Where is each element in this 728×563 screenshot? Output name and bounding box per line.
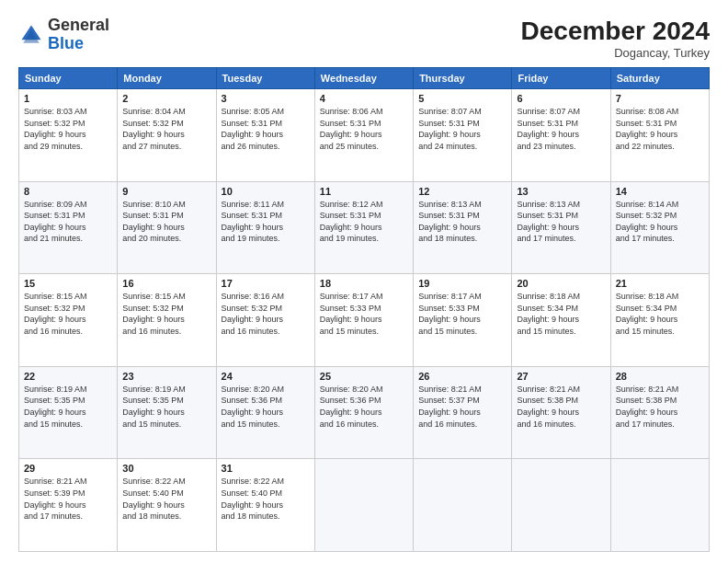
day-info: Sunrise: 8:13 AM Sunset: 5:31 PM Dayligh… [418,199,506,245]
weekday-header-friday: Friday [512,68,610,89]
calendar-cell: 5Sunrise: 8:07 AM Sunset: 5:31 PM Daylig… [414,89,512,182]
day-info: Sunrise: 8:21 AM Sunset: 5:38 PM Dayligh… [616,384,704,430]
day-number: 8 [24,186,112,197]
day-number: 31 [222,463,310,474]
week-row-2: 8Sunrise: 8:09 AM Sunset: 5:31 PM Daylig… [19,181,710,274]
calendar-cell: 29Sunrise: 8:21 AM Sunset: 5:39 PM Dayli… [19,459,118,552]
day-number: 12 [418,186,506,197]
day-info: Sunrise: 8:21 AM Sunset: 5:39 PM Dayligh… [24,476,112,522]
day-info: Sunrise: 8:16 AM Sunset: 5:32 PM Dayligh… [222,291,310,337]
logo: General Blue [18,17,109,53]
day-info: Sunrise: 8:21 AM Sunset: 5:38 PM Dayligh… [517,384,605,430]
calendar-cell [414,459,512,552]
calendar-cell: 7Sunrise: 8:08 AM Sunset: 5:31 PM Daylig… [610,89,709,182]
calendar-cell: 25Sunrise: 8:20 AM Sunset: 5:36 PM Dayli… [314,366,413,459]
calendar-cell: 15Sunrise: 8:15 AM Sunset: 5:32 PM Dayli… [19,274,118,367]
calendar-cell: 30Sunrise: 8:22 AM Sunset: 5:40 PM Dayli… [118,459,216,552]
day-info: Sunrise: 8:18 AM Sunset: 5:34 PM Dayligh… [517,291,605,337]
day-number: 22 [24,371,112,382]
month-title: December 2024 [521,17,710,46]
weekday-header-thursday: Thursday [414,68,512,89]
calendar-cell [610,459,709,552]
calendar-cell: 1Sunrise: 8:03 AM Sunset: 5:32 PM Daylig… [19,89,118,182]
calendar-cell: 22Sunrise: 8:19 AM Sunset: 5:35 PM Dayli… [19,366,118,459]
calendar-cell: 2Sunrise: 8:04 AM Sunset: 5:32 PM Daylig… [118,89,216,182]
day-number: 3 [222,93,310,104]
calendar-table: SundayMondayTuesdayWednesdayThursdayFrid… [18,67,710,552]
calendar-cell: 27Sunrise: 8:21 AM Sunset: 5:38 PM Dayli… [512,366,610,459]
day-info: Sunrise: 8:13 AM Sunset: 5:31 PM Dayligh… [517,199,605,245]
day-number: 5 [418,93,506,104]
day-info: Sunrise: 8:14 AM Sunset: 5:32 PM Dayligh… [616,199,704,245]
day-number: 28 [616,371,704,382]
day-number: 9 [122,186,210,197]
day-info: Sunrise: 8:22 AM Sunset: 5:40 PM Dayligh… [222,476,310,522]
day-number: 20 [517,278,605,289]
weekday-header-saturday: Saturday [610,68,709,89]
calendar-cell: 8Sunrise: 8:09 AM Sunset: 5:31 PM Daylig… [19,181,118,274]
calendar-cell: 28Sunrise: 8:21 AM Sunset: 5:38 PM Dayli… [610,366,709,459]
day-info: Sunrise: 8:12 AM Sunset: 5:31 PM Dayligh… [320,199,408,245]
calendar-cell: 6Sunrise: 8:07 AM Sunset: 5:31 PM Daylig… [512,89,610,182]
day-info: Sunrise: 8:19 AM Sunset: 5:35 PM Dayligh… [24,384,112,430]
calendar-cell [512,459,610,552]
day-info: Sunrise: 8:06 AM Sunset: 5:31 PM Dayligh… [320,106,408,152]
weekday-header-monday: Monday [118,68,216,89]
day-number: 15 [24,278,112,289]
weekday-header-row: SundayMondayTuesdayWednesdayThursdayFrid… [19,68,710,89]
calendar-cell: 10Sunrise: 8:11 AM Sunset: 5:31 PM Dayli… [216,181,314,274]
day-info: Sunrise: 8:17 AM Sunset: 5:33 PM Dayligh… [418,291,506,337]
day-number: 18 [320,278,408,289]
day-number: 21 [616,278,704,289]
day-info: Sunrise: 8:19 AM Sunset: 5:35 PM Dayligh… [122,384,210,430]
calendar-cell: 18Sunrise: 8:17 AM Sunset: 5:33 PM Dayli… [314,274,413,367]
week-row-1: 1Sunrise: 8:03 AM Sunset: 5:32 PM Daylig… [19,89,710,182]
header: General Blue December 2024 Dogancay, Tur… [18,17,710,60]
day-number: 6 [517,93,605,104]
day-number: 16 [122,278,210,289]
page: General Blue December 2024 Dogancay, Tur… [0,0,728,563]
day-number: 26 [418,371,506,382]
calendar-cell: 12Sunrise: 8:13 AM Sunset: 5:31 PM Dayli… [414,181,512,274]
weekday-header-sunday: Sunday [19,68,118,89]
day-number: 13 [517,186,605,197]
day-info: Sunrise: 8:10 AM Sunset: 5:31 PM Dayligh… [122,199,210,245]
day-info: Sunrise: 8:20 AM Sunset: 5:36 PM Dayligh… [222,384,310,430]
week-row-4: 22Sunrise: 8:19 AM Sunset: 5:35 PM Dayli… [19,366,710,459]
day-number: 19 [418,278,506,289]
week-row-3: 15Sunrise: 8:15 AM Sunset: 5:32 PM Dayli… [19,274,710,367]
calendar-cell: 23Sunrise: 8:19 AM Sunset: 5:35 PM Dayli… [118,366,216,459]
day-number: 4 [320,93,408,104]
calendar-cell: 20Sunrise: 8:18 AM Sunset: 5:34 PM Dayli… [512,274,610,367]
day-info: Sunrise: 8:20 AM Sunset: 5:36 PM Dayligh… [320,384,408,430]
day-info: Sunrise: 8:15 AM Sunset: 5:32 PM Dayligh… [24,291,112,337]
day-info: Sunrise: 8:07 AM Sunset: 5:31 PM Dayligh… [418,106,506,152]
calendar-cell: 9Sunrise: 8:10 AM Sunset: 5:31 PM Daylig… [118,181,216,274]
day-info: Sunrise: 8:07 AM Sunset: 5:31 PM Dayligh… [517,106,605,152]
calendar-cell: 16Sunrise: 8:15 AM Sunset: 5:32 PM Dayli… [118,274,216,367]
day-info: Sunrise: 8:22 AM Sunset: 5:40 PM Dayligh… [122,476,210,522]
calendar-cell: 4Sunrise: 8:06 AM Sunset: 5:31 PM Daylig… [314,89,413,182]
day-info: Sunrise: 8:08 AM Sunset: 5:31 PM Dayligh… [616,106,704,152]
calendar-cell: 19Sunrise: 8:17 AM Sunset: 5:33 PM Dayli… [414,274,512,367]
calendar-cell: 21Sunrise: 8:18 AM Sunset: 5:34 PM Dayli… [610,274,709,367]
calendar-cell: 17Sunrise: 8:16 AM Sunset: 5:32 PM Dayli… [216,274,314,367]
day-info: Sunrise: 8:05 AM Sunset: 5:31 PM Dayligh… [222,106,310,152]
title-block: December 2024 Dogancay, Turkey [521,17,710,60]
calendar-cell: 14Sunrise: 8:14 AM Sunset: 5:32 PM Dayli… [610,181,709,274]
day-number: 1 [24,93,112,104]
calendar-cell: 26Sunrise: 8:21 AM Sunset: 5:37 PM Dayli… [414,366,512,459]
day-number: 17 [222,278,310,289]
day-info: Sunrise: 8:03 AM Sunset: 5:32 PM Dayligh… [24,106,112,152]
day-info: Sunrise: 8:11 AM Sunset: 5:31 PM Dayligh… [222,199,310,245]
calendar-cell [314,459,413,552]
logo-text: General Blue [48,17,109,53]
weekday-header-tuesday: Tuesday [216,68,314,89]
day-number: 27 [517,371,605,382]
weekday-header-wednesday: Wednesday [314,68,413,89]
day-number: 14 [616,186,704,197]
week-row-5: 29Sunrise: 8:21 AM Sunset: 5:39 PM Dayli… [19,459,710,552]
day-number: 30 [122,463,210,474]
day-number: 25 [320,371,408,382]
day-number: 11 [320,186,408,197]
